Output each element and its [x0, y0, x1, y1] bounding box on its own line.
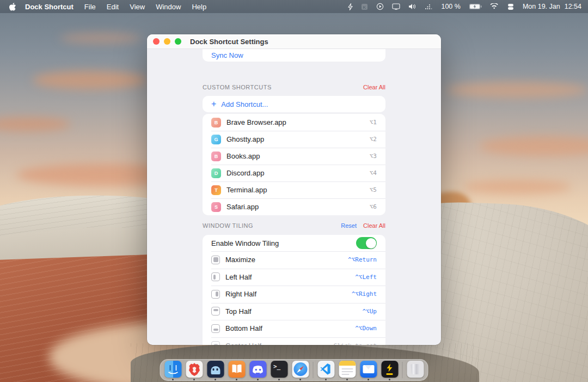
- left-half-icon: [211, 272, 220, 281]
- keka-icon[interactable]: K: [361, 3, 368, 10]
- tiling-row-left-half[interactable]: Left Half ^⌥Left: [203, 269, 385, 286]
- finder-icon: [164, 361, 181, 378]
- brave-app-icon: B: [211, 118, 221, 128]
- clear-all-tiling-button[interactable]: Clear All: [363, 222, 385, 229]
- battery-icon[interactable]: [469, 3, 482, 10]
- zoom-button[interactable]: [175, 38, 181, 45]
- shortcut-row-terminal[interactable]: T Terminal.app ⌥5: [203, 181, 385, 198]
- window-titlebar[interactable]: Dock Shortcut Settings: [147, 34, 441, 49]
- books-app-icon: B: [211, 151, 221, 161]
- enable-window-tiling-toggle[interactable]: [356, 237, 377, 249]
- custom-shortcuts-list: B Brave Browser.app ⌥1 G Ghostty.app ⌥2 …: [203, 114, 385, 215]
- dock-item-terminal[interactable]: >_: [271, 360, 288, 380]
- shortcut-value[interactable]: ^⌥Down: [355, 325, 377, 332]
- cloud: [33, 71, 147, 89]
- section-title: WINDOW TILING: [203, 222, 253, 229]
- dock-separator: [313, 362, 314, 378]
- window-tiling-list: Enable Window Tiling Maximize ^⌥Return L…: [203, 235, 385, 345]
- menu-app-name[interactable]: Dock Shortcut: [20, 3, 79, 11]
- discord-app-icon: D: [211, 168, 221, 178]
- playback-icon[interactable]: [376, 3, 384, 10]
- menu-edit[interactable]: Edit: [101, 3, 124, 11]
- reset-tiling-button[interactable]: Reset: [341, 222, 357, 229]
- shortcut-value[interactable]: ^⌥Right: [352, 290, 377, 298]
- shortcut-row-discord[interactable]: D Discord.app ⌥4: [203, 165, 385, 181]
- shortcut-value[interactable]: ⌥4: [370, 169, 377, 177]
- volume-icon[interactable]: [408, 3, 416, 10]
- center-half-icon: [211, 341, 220, 345]
- apple-menu-icon[interactable]: [5, 3, 20, 11]
- dock-item-books[interactable]: [228, 360, 246, 380]
- shortcut-value[interactable]: ⌥1: [370, 119, 377, 126]
- window-tiling-header: WINDOW TILING Reset Clear All: [203, 221, 385, 230]
- shortcut-value[interactable]: ^⌥Up: [363, 308, 377, 315]
- tiling-row-right-half[interactable]: Right Half ^⌥Right: [203, 286, 385, 303]
- menu-clock[interactable]: Mon 19. Jan 12:54: [523, 3, 581, 10]
- dock-item-trash[interactable]: [407, 360, 424, 380]
- dock-item-ghostty[interactable]: [207, 360, 224, 380]
- menu-view[interactable]: View: [124, 3, 150, 11]
- tiling-row-bottom-half[interactable]: Bottom Half ^⌥Down: [203, 320, 385, 337]
- discord-icon: [249, 361, 266, 378]
- shortcut-value[interactable]: ⌥3: [370, 153, 377, 160]
- section-title: CUSTOM SHORTCUTS: [203, 84, 272, 90]
- menu-file[interactable]: File: [79, 3, 101, 11]
- dock: >_: [160, 359, 428, 381]
- maximize-icon: [211, 256, 220, 264]
- wifi-icon[interactable]: [490, 3, 499, 10]
- tiling-row-maximize[interactable]: Maximize ^⌥Return: [203, 251, 385, 269]
- cloud: [60, 33, 142, 44]
- plus-icon: +: [211, 100, 216, 108]
- menu-help[interactable]: Help: [186, 3, 212, 11]
- shortcut-value[interactable]: ^⌥Return: [348, 256, 377, 263]
- vscode-icon: [317, 361, 334, 378]
- display-icon[interactable]: [392, 3, 400, 10]
- tiling-row-center-half[interactable]: Center Half Click to set: [203, 337, 385, 345]
- settings-scroll-area[interactable]: Sync Now CUSTOM SHORTCUTS Clear All + Ad…: [147, 50, 441, 345]
- bottom-half-icon: [211, 324, 220, 333]
- shortcut-row-books[interactable]: B Books.app ⌥3: [203, 148, 385, 165]
- dock-item-brave[interactable]: [186, 360, 203, 380]
- lightning-icon[interactable]: [348, 3, 353, 10]
- shortcut-value[interactable]: ⌥6: [370, 203, 377, 210]
- stack-icon[interactable]: [507, 3, 514, 10]
- dock-shortcut-icon: [381, 361, 398, 378]
- minimize-button[interactable]: [164, 38, 170, 45]
- terminal-icon: >_: [271, 361, 287, 378]
- cloud: [463, 180, 572, 194]
- shortcut-row-ghostty[interactable]: G Ghostty.app ⌥2: [203, 131, 385, 148]
- terminal-app-icon: T: [211, 185, 221, 195]
- safari-app-icon: S: [211, 202, 221, 212]
- dock-item-vscode[interactable]: [317, 360, 335, 380]
- dock-item-notes[interactable]: [339, 360, 356, 380]
- brave-icon: [186, 361, 203, 378]
- menu-bar: Dock Shortcut File Edit View Window Help…: [0, 0, 588, 13]
- shortcut-value[interactable]: ⌥5: [370, 186, 377, 193]
- shortcut-value[interactable]: ^⌥Left: [355, 274, 377, 281]
- dock-item-discord[interactable]: [249, 360, 267, 380]
- notes-icon: [339, 361, 356, 378]
- shortcut-placeholder[interactable]: Click to set: [334, 342, 377, 345]
- trash-icon: [407, 361, 424, 378]
- sync-now-button[interactable]: Sync Now: [211, 51, 243, 59]
- toggle-knob: [366, 238, 376, 248]
- cloud: [446, 82, 588, 98]
- clear-all-custom-button[interactable]: Clear All: [363, 84, 385, 90]
- dock-item-finder[interactable]: [164, 360, 182, 380]
- shortcut-row-brave[interactable]: B Brave Browser.app ⌥1: [203, 114, 385, 131]
- menu-window[interactable]: Window: [150, 3, 186, 11]
- dots-icon[interactable]: [425, 4, 433, 10]
- dock-item-dock-shortcut[interactable]: [381, 360, 399, 380]
- dock-item-safari[interactable]: [292, 360, 309, 380]
- dock-item-mail[interactable]: [360, 360, 377, 380]
- ghostty-icon: [207, 361, 224, 378]
- shortcut-value[interactable]: ⌥2: [370, 136, 377, 143]
- shortcut-row-safari[interactable]: S Safari.app ⌥6: [203, 198, 385, 215]
- tiling-row-top-half[interactable]: Top Half ^⌥Up: [203, 303, 385, 320]
- custom-shortcuts-header: CUSTOM SHORTCUTS Clear All: [203, 83, 385, 92]
- battery-percent: 100 %: [441, 3, 460, 10]
- window-title: Dock Shortcut Settings: [190, 38, 268, 46]
- safari-icon: [292, 361, 309, 378]
- close-button[interactable]: [153, 38, 160, 45]
- add-shortcut-row[interactable]: + Add Shortcut...: [203, 96, 385, 112]
